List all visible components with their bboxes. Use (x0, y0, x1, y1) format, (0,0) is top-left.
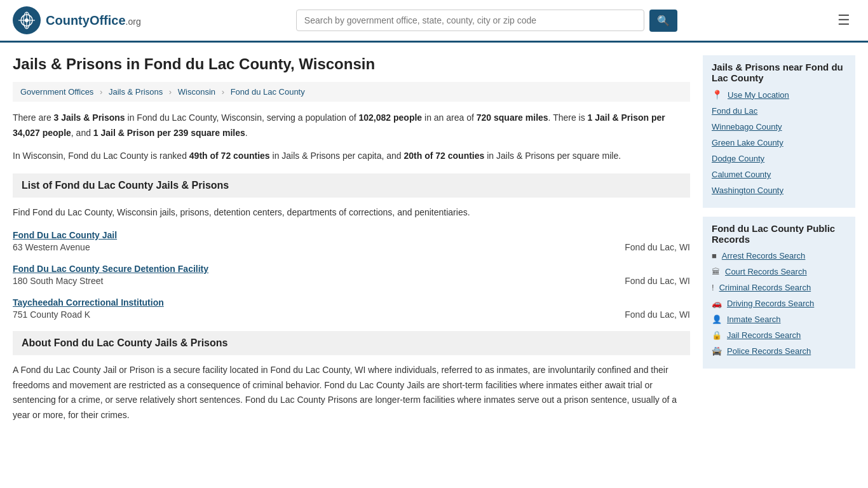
facility-city: Fond du Lac, WI (625, 242, 690, 252)
logo-icon (13, 6, 41, 34)
public-records-link-item: 🚗 Driving Records Search (712, 299, 846, 308)
nearby-link[interactable]: Washington County (712, 186, 783, 195)
facility-list: Fond Du Lac County Jail 63 Western Avenu… (13, 230, 690, 320)
nearby-link[interactable]: Calumet County (712, 170, 771, 179)
facility-item: Taycheedah Correctional Institution 751 … (13, 297, 690, 320)
rank-capita: 49th of 72 counties (189, 151, 270, 161)
nearby-title: Jails & Prisons near Fond du Lac County (712, 62, 846, 83)
breadcrumb: Government Offices › Jails & Prisons › W… (13, 82, 690, 102)
facility-name[interactable]: Fond Du Lac County Jail (13, 230, 690, 240)
facility-address: 63 Western Avenue (13, 242, 90, 252)
facility-city: Fond du Lac, WI (625, 309, 690, 320)
use-my-location-link[interactable]: Use My Location (728, 90, 789, 100)
logo-area: CountyOffice.org (13, 6, 141, 34)
list-section-header: List of Fond du Lac County Jails & Priso… (13, 173, 690, 198)
facility-address-row: 63 Western Avenue Fond du Lac, WI (13, 242, 690, 252)
stats-count: 3 Jails & Prisons (54, 112, 125, 123)
public-records-link-item: ! Criminal Records Search (712, 283, 846, 292)
public-records-link[interactable]: Police Records Search (727, 346, 811, 356)
public-records-link-item: 🚔 Police Records Search (712, 346, 846, 356)
public-records-link-item: 👤 Inmate Search (712, 315, 846, 324)
public-records-link-item: ■ Arrest Records Search (712, 251, 846, 261)
nearby-link[interactable]: Dodge County (712, 154, 764, 163)
public-records-link-item: 🔒 Jail Records Search (712, 330, 846, 340)
facility-address-row: 180 South Macy Street Fond du Lac, WI (13, 276, 690, 286)
facility-item: Fond Du Lac County Jail 63 Western Avenu… (13, 230, 690, 252)
site-header: CountyOffice.org 🔍 ☰ (0, 0, 868, 43)
main-content: Jails & Prisons in Fond du Lac County, W… (13, 55, 690, 431)
sidebar: Jails & Prisons near Fond du Lac County … (703, 55, 855, 431)
public-records-link[interactable]: Inmate Search (727, 315, 781, 324)
hamburger-button[interactable]: ☰ (832, 10, 855, 31)
record-icon: 🚗 (712, 299, 722, 308)
search-area: 🔍 (296, 10, 677, 32)
stats-sqmi: 720 square miles (477, 112, 548, 123)
page-container: Jails & Prisons in Fond du Lac County, W… (0, 43, 868, 444)
public-records-link[interactable]: Arrest Records Search (722, 251, 806, 261)
record-icon: 🚔 (712, 346, 722, 356)
facility-city: Fond du Lac, WI (625, 276, 690, 286)
facility-address: 180 South Macy Street (13, 276, 103, 286)
about-text: A Fond du Lac County Jail or Prison is a… (13, 363, 690, 423)
rank-sqmi: 20th of 72 counties (404, 151, 485, 161)
nearby-link-item: Green Lake County (712, 138, 846, 147)
stats-population: 102,082 people (359, 112, 423, 123)
location-icon: 📍 (712, 90, 722, 100)
about-section-header: About Fond du Lac County Jails & Prisons (13, 331, 690, 355)
nearby-link-item: Winnebago County (712, 122, 846, 132)
logo-text: CountyOffice.org (46, 13, 141, 28)
nearby-link-item: Calumet County (712, 170, 846, 179)
breadcrumb-link-gov[interactable]: Government Offices (20, 87, 93, 97)
nearby-link-item: Washington County (712, 186, 846, 195)
nearby-link[interactable]: Fond du Lac (712, 106, 757, 116)
record-icon: 👤 (712, 315, 722, 324)
nearby-link-item: Dodge County (712, 154, 846, 163)
use-my-location-item: 📍 Use My Location (712, 90, 846, 100)
public-records-link[interactable]: Jail Records Search (727, 330, 801, 340)
search-input[interactable] (296, 10, 644, 31)
stats-per-sqmi: 1 Jail & Prison per 239 square miles (93, 128, 245, 138)
facility-name[interactable]: Taycheedah Correctional Institution (13, 297, 690, 308)
public-records-section: Fond du Lac County Public Records ■ Arre… (703, 217, 855, 369)
nearby-section: Jails & Prisons near Fond du Lac County … (703, 55, 855, 208)
nearby-link-item: Fond du Lac (712, 106, 846, 116)
breadcrumb-link-wi[interactable]: Wisconsin (178, 87, 215, 97)
record-icon: 🏛 (712, 267, 720, 276)
stats-paragraph: There are 3 Jails & Prisons in Fond du L… (13, 111, 690, 141)
record-icon: ! (712, 283, 714, 292)
nearby-links-list: Fond du LacWinnebago CountyGreen Lake Co… (712, 106, 846, 195)
public-records-links-list: ■ Arrest Records Search 🏛 Court Records … (712, 251, 846, 356)
facility-name[interactable]: Fond Du Lac County Secure Detention Faci… (13, 264, 690, 274)
facility-item: Fond Du Lac County Secure Detention Faci… (13, 264, 690, 286)
page-title: Jails & Prisons in Fond du Lac County, W… (13, 55, 690, 73)
breadcrumb-link-jails[interactable]: Jails & Prisons (109, 87, 163, 97)
public-records-link-item: 🏛 Court Records Search (712, 267, 846, 276)
search-button[interactable]: 🔍 (649, 10, 677, 32)
nearby-link[interactable]: Green Lake County (712, 138, 783, 147)
facility-address: 751 County Road K (13, 309, 90, 320)
public-records-link[interactable]: Criminal Records Search (719, 283, 811, 292)
breadcrumb-link-county[interactable]: Fond du Lac County (231, 87, 305, 97)
public-records-link[interactable]: Driving Records Search (727, 299, 814, 308)
record-icon: 🔒 (712, 330, 722, 340)
record-icon: ■ (712, 251, 717, 261)
facility-address-row: 751 County Road K Fond du Lac, WI (13, 309, 690, 320)
public-records-link[interactable]: Court Records Search (725, 267, 807, 276)
svg-point-5 (25, 18, 29, 22)
facility-description: Find Fond du Lac County, Wisconsin jails… (13, 205, 690, 219)
rank-paragraph: In Wisconsin, Fond du Lac County is rank… (13, 149, 690, 164)
nearby-link[interactable]: Winnebago County (712, 122, 782, 132)
public-records-title: Fond du Lac County Public Records (712, 223, 846, 245)
